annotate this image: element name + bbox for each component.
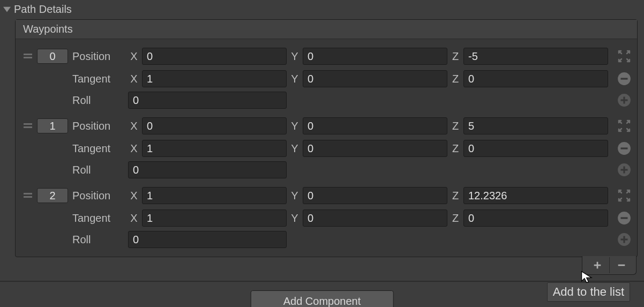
axis-label-z[interactable]: Z xyxy=(450,50,461,63)
roll-input[interactable] xyxy=(128,231,287,248)
remove-waypoint-button[interactable] xyxy=(617,211,632,226)
list-footer xyxy=(15,257,638,276)
row-label: Tangent xyxy=(70,212,126,224)
insert-waypoint-button[interactable] xyxy=(617,162,632,177)
value-input-y[interactable] xyxy=(303,48,447,65)
value-input-y[interactable] xyxy=(303,70,447,87)
section-title: Path Details xyxy=(14,3,72,16)
waypoints-body: 0PositionXYZTangentXYZRoll1PositionXYZTa… xyxy=(16,39,637,257)
row-label: Position xyxy=(70,190,126,202)
value-input-x[interactable] xyxy=(142,117,287,134)
axis-label-x[interactable]: X xyxy=(128,190,140,202)
vector-row: 0PositionXYZ xyxy=(21,46,632,67)
value-input-z[interactable] xyxy=(463,187,608,204)
vector-row: TangentXYZ xyxy=(21,138,632,159)
axis-label-z[interactable]: Z xyxy=(450,143,461,155)
row-label: Tangent xyxy=(70,73,126,85)
roll-input[interactable] xyxy=(128,161,287,178)
insert-waypoint-button[interactable] xyxy=(617,232,632,247)
list-add-button[interactable] xyxy=(586,257,609,273)
value-input-z[interactable] xyxy=(463,140,608,157)
waypoint-index[interactable]: 2 xyxy=(37,188,68,203)
axis-label-x[interactable]: X xyxy=(128,212,140,224)
list-remove-button[interactable] xyxy=(609,257,633,273)
value-input-x[interactable] xyxy=(142,209,287,227)
row-label: Tangent xyxy=(70,143,126,155)
value-input-y[interactable] xyxy=(303,117,447,134)
axis-label-y[interactable]: Y xyxy=(289,73,301,85)
roll-row: Roll xyxy=(21,229,632,250)
row-label: Roll xyxy=(70,94,126,107)
frame-waypoint-button[interactable] xyxy=(617,49,632,64)
insert-waypoint-button[interactable] xyxy=(617,93,632,108)
add-component-button[interactable]: Add Component xyxy=(251,290,394,307)
value-input-y[interactable] xyxy=(303,209,447,227)
waypoints-title: Waypoints xyxy=(23,23,73,35)
waypoints-header[interactable]: Waypoints xyxy=(16,20,637,39)
axis-label-x[interactable]: X xyxy=(128,143,140,155)
svg-marker-0 xyxy=(3,7,11,12)
axis-label-z[interactable]: Z xyxy=(450,190,461,202)
drag-handle-icon[interactable] xyxy=(21,192,35,199)
frame-waypoint-button[interactable] xyxy=(617,118,632,133)
value-input-z[interactable] xyxy=(463,117,608,134)
value-input-z[interactable] xyxy=(463,209,608,227)
axis-label-z[interactable]: Z xyxy=(450,212,461,224)
axis-label-y[interactable]: Y xyxy=(289,120,301,132)
roll-row: Roll xyxy=(21,159,632,181)
value-input-y[interactable] xyxy=(303,140,447,157)
axis-label-x[interactable]: X xyxy=(128,50,140,63)
waypoint-0: 0PositionXYZTangentXYZRoll xyxy=(16,43,637,113)
axis-label-z[interactable]: Z xyxy=(450,120,461,132)
value-input-x[interactable] xyxy=(142,140,287,157)
list-footer-buttons xyxy=(582,256,636,275)
waypoint-index[interactable]: 1 xyxy=(37,118,68,133)
path-details-header[interactable]: Path Details xyxy=(0,0,644,17)
vector-row: 2PositionXYZ xyxy=(21,185,632,206)
waypoint-index[interactable]: 0 xyxy=(37,49,68,64)
axis-label-z[interactable]: Z xyxy=(450,73,461,85)
value-input-x[interactable] xyxy=(142,48,287,65)
vector-row: 1PositionXYZ xyxy=(21,115,632,137)
value-input-z[interactable] xyxy=(463,48,608,65)
row-label: Position xyxy=(70,120,126,132)
value-input-x[interactable] xyxy=(142,187,287,204)
axis-label-y[interactable]: Y xyxy=(289,50,301,63)
waypoint-2: 2PositionXYZTangentXYZRoll xyxy=(16,183,637,252)
drag-handle-icon[interactable] xyxy=(21,53,35,59)
row-label: Roll xyxy=(70,164,126,176)
axis-label-y[interactable]: Y xyxy=(289,212,301,224)
axis-label-x[interactable]: X xyxy=(128,120,140,132)
divider xyxy=(0,281,644,282)
row-label: Roll xyxy=(70,234,126,246)
vector-row: TangentXYZ xyxy=(21,207,632,229)
row-label: Position xyxy=(70,50,126,63)
vector-row: TangentXYZ xyxy=(21,68,632,89)
drag-handle-icon[interactable] xyxy=(21,123,35,129)
waypoint-1: 1PositionXYZTangentXYZRoll xyxy=(16,113,637,183)
value-input-y[interactable] xyxy=(303,187,447,204)
foldout-icon[interactable] xyxy=(3,5,11,13)
axis-label-y[interactable]: Y xyxy=(289,190,301,202)
roll-input[interactable] xyxy=(128,92,287,109)
remove-waypoint-button[interactable] xyxy=(617,71,632,86)
axis-label-y[interactable]: Y xyxy=(289,143,301,155)
tooltip: Add to the list xyxy=(547,282,630,302)
value-input-z[interactable] xyxy=(463,70,608,87)
axis-label-x[interactable]: X xyxy=(128,73,140,85)
waypoints-panel: Waypoints 0PositionXYZTangentXYZRoll1Pos… xyxy=(15,19,638,257)
frame-waypoint-button[interactable] xyxy=(617,188,632,203)
value-input-x[interactable] xyxy=(142,70,287,87)
remove-waypoint-button[interactable] xyxy=(617,141,632,156)
roll-row: Roll xyxy=(21,89,632,111)
